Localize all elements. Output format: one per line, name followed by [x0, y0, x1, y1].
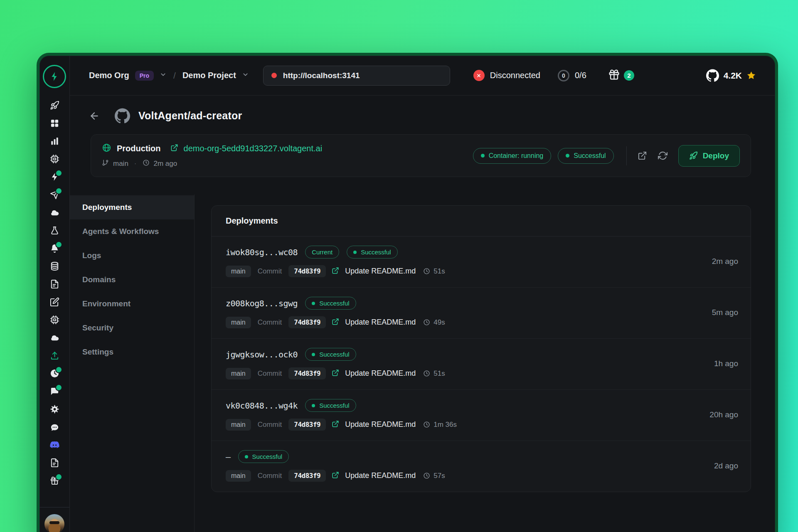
url-status-dot [271, 73, 277, 78]
commit-hash-chip: 74d83f9 [288, 419, 326, 431]
user-avatar[interactable] [44, 514, 64, 532]
message-dots-icon[interactable] [48, 421, 61, 433]
project-name[interactable]: Demo Project [182, 71, 236, 80]
upload-icon[interactable] [48, 350, 61, 362]
clock-icon[interactable] [48, 367, 61, 379]
project-chevron-down-icon[interactable] [242, 71, 249, 80]
github-stars[interactable]: 4.2K [706, 69, 756, 82]
deployment-age: 2d ago [706, 461, 738, 470]
production-badges: Container: runningSuccessful [473, 148, 614, 164]
commit-external-link-icon[interactable] [332, 471, 339, 480]
settings-nav: DeploymentsAgents & WorkflowsLogsDomains… [70, 195, 195, 532]
notification-dot [55, 473, 62, 480]
status-badge: Successful [347, 246, 398, 259]
nav-item-agents-workflows[interactable]: Agents & Workflows [70, 219, 194, 244]
notification-dot [55, 170, 62, 177]
commit-external-link-icon[interactable] [332, 318, 339, 327]
status-badge: Successful [238, 450, 289, 463]
divider [626, 146, 627, 165]
database-icon[interactable] [48, 260, 61, 272]
status-dot [312, 404, 315, 407]
disconnected-x-icon [473, 70, 485, 81]
nav-item-security[interactable]: Security [70, 316, 194, 340]
org-chevron-down-icon[interactable] [160, 71, 167, 80]
gift-icon[interactable] [48, 475, 61, 487]
back-arrow-icon[interactable] [89, 111, 100, 121]
branch-chip: main [226, 266, 251, 277]
document-icon[interactable] [48, 457, 61, 469]
deployment-row[interactable]: iwok80sg...wc08 Current Successful main … [212, 236, 751, 288]
commit-hash-chip: 74d83f9 [288, 316, 326, 328]
commit-hash-chip: 74d83f9 [288, 265, 326, 277]
commit-external-link-icon[interactable] [332, 267, 339, 276]
nav-item-domains[interactable]: Domains [70, 268, 194, 292]
rewards-count-badge: 2 [624, 70, 634, 81]
duration-clock-icon [423, 319, 430, 326]
deployment-id: iwok80sg...wc08 [226, 247, 298, 257]
production-card: Production demo-org-5edd91d33227.voltage… [91, 134, 751, 177]
deploy-button[interactable]: Deploy [678, 145, 740, 167]
star-icon [746, 71, 756, 80]
refresh-button[interactable] [658, 151, 667, 160]
cloud-icon[interactable] [48, 332, 61, 344]
bell-icon[interactable] [48, 242, 61, 254]
deployment-duration: 1m 36s [433, 421, 457, 429]
deployment-row[interactable]: – Successful main Commit 74d83f9 Update … [212, 441, 751, 492]
cloud-icon[interactable] [48, 207, 61, 219]
cpu-icon[interactable] [48, 153, 61, 165]
nav-item-deployments[interactable]: Deployments [70, 195, 194, 219]
commit-hash-chip: 74d83f9 [288, 367, 326, 379]
meta-separator: · [134, 160, 137, 168]
cpu-icon[interactable] [48, 314, 61, 326]
rail-items [48, 96, 61, 490]
deployment-row[interactable]: jgwgksow...ock0 Successful main Commit 7… [212, 339, 751, 390]
deployment-row[interactable]: vk0c0848...wg4k Successful main Commit 7… [212, 390, 751, 441]
deployments-panel: Deployments iwok80sg...wc08 Current Succ… [211, 205, 751, 492]
nav-item-settings[interactable]: Settings [70, 340, 194, 364]
discord-icon[interactable] [48, 439, 61, 451]
commit-message: Update README.md [345, 267, 416, 276]
nav-item-logs[interactable]: Logs [70, 244, 194, 268]
bolt-icon[interactable] [48, 171, 61, 183]
domain-external-link-icon[interactable] [170, 144, 178, 153]
deployment-row[interactable]: z008kog8...sgwg Successful main Commit 7… [212, 288, 751, 339]
rewards-button[interactable]: 2 [608, 69, 634, 82]
counter-value: 0/6 [575, 71, 586, 80]
production-deployed-ago: 2m ago [154, 160, 177, 168]
chat-icon[interactable] [48, 385, 61, 397]
branch-chip: main [226, 368, 251, 379]
deployment-age: 5m ago [704, 308, 738, 317]
commit-label: Commit [258, 369, 282, 378]
deployment-duration: 57s [433, 472, 445, 480]
commit-external-link-icon[interactable] [332, 420, 339, 429]
commit-external-link-icon[interactable] [332, 369, 339, 378]
open-external-button[interactable] [638, 151, 647, 160]
org-name[interactable]: Demo Org [89, 71, 129, 80]
send-icon[interactable] [48, 189, 61, 201]
apps-grid-icon[interactable] [48, 117, 61, 129]
voltagent-logo-icon[interactable] [43, 65, 66, 88]
commit-label: Commit [258, 421, 282, 429]
url-input[interactable]: http://localhost:3141 [263, 66, 450, 86]
nav-item-environment[interactable]: Environment [70, 292, 194, 316]
counter-ring-icon: 0 [558, 70, 569, 81]
rocket-icon[interactable] [48, 99, 61, 111]
status-badge: Successful [305, 297, 356, 310]
commit-label: Commit [258, 318, 282, 327]
bar-chart-icon[interactable] [48, 135, 61, 147]
deployment-list: iwok80sg...wc08 Current Successful main … [212, 236, 751, 492]
gear-icon[interactable] [48, 403, 61, 415]
edit-icon[interactable] [48, 296, 61, 308]
status-pill: Container: running [473, 148, 552, 164]
flask-icon[interactable] [48, 224, 61, 236]
document-icon[interactable] [48, 278, 61, 290]
deployment-domain-link[interactable]: demo-org-5edd91d33227.voltagent.ai [184, 144, 323, 153]
notification-dot [55, 187, 62, 195]
duration-clock-icon [423, 472, 430, 479]
deployment-id: – [226, 452, 231, 462]
path-separator: / [173, 71, 176, 81]
github-icon [706, 69, 719, 82]
status-badge: Successful [305, 399, 356, 412]
app-window: Demo Org Pro / Demo Project http://local… [37, 53, 778, 532]
duration-clock-icon [423, 370, 430, 377]
